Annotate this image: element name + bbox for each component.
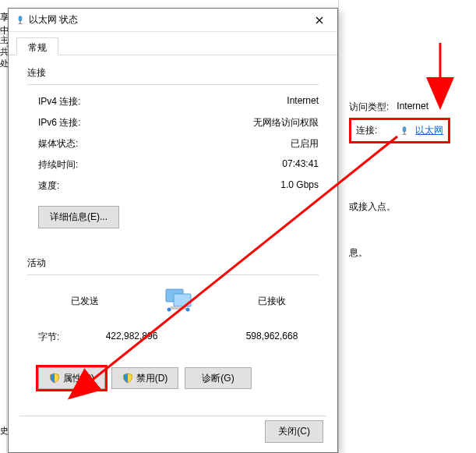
- ipv4-label: IPv4 连接:: [38, 95, 81, 108]
- divider: [27, 274, 319, 275]
- shield-icon: [49, 373, 60, 384]
- network-adapter-icon: [399, 126, 410, 136]
- disable-button[interactable]: 禁用(D): [111, 367, 178, 389]
- ipv6-label: IPv6 连接:: [38, 116, 81, 129]
- left-strip-item: 共: [0, 46, 6, 58]
- recv-label: 已接收: [225, 295, 319, 308]
- ethernet-link[interactable]: 以太网: [399, 124, 443, 137]
- diagnose-button[interactable]: 诊断(G): [185, 367, 252, 389]
- network-info-panel: 访问类型: Internet 连接: 以太网: [349, 98, 466, 143]
- background-right-pane: [338, 0, 476, 453]
- ethernet-link-text: 以太网: [415, 124, 443, 137]
- bytes-recv-value: 598,962,668: [225, 331, 319, 344]
- activity-icon: [155, 286, 202, 317]
- connection-link-highlight: 连接: 以太网: [349, 118, 450, 143]
- left-nav-strip: 主 共 处 史: [0, 34, 7, 452]
- sent-label: 已发送: [38, 295, 132, 308]
- duration-value: 07:43:41: [282, 158, 319, 172]
- svg-rect-2: [19, 16, 22, 20]
- properties-button-label: 属性(P): [63, 372, 94, 385]
- disable-button-label: 禁用(D): [136, 372, 168, 385]
- svg-rect-0: [404, 126, 407, 131]
- section-connection-title: 连接: [27, 66, 319, 80]
- svg-point-7: [167, 308, 171, 312]
- left-strip-item: 处: [0, 58, 6, 69]
- section-activity-title: 活动: [27, 257, 319, 270]
- divider: [27, 84, 319, 85]
- connection-label: 连接:: [356, 124, 377, 137]
- media-state-value: 已启用: [291, 137, 319, 150]
- properties-button[interactable]: 属性(P): [38, 367, 105, 389]
- details-button[interactable]: 详细信息(E)...: [38, 206, 119, 228]
- speed-label: 速度:: [38, 179, 59, 193]
- bg-text-2: 息。: [349, 246, 368, 260]
- divider: [19, 416, 326, 416]
- dialog-titlebar: 以太网 状态: [9, 9, 337, 32]
- speed-value: 1.0 Gbps: [280, 179, 319, 193]
- close-dialog-button[interactable]: 关闭(C): [265, 420, 323, 443]
- ipv6-value: 无网络访问权限: [253, 116, 319, 129]
- close-icon: [316, 16, 323, 24]
- left-strip-item: 主: [0, 34, 6, 46]
- svg-rect-6: [171, 306, 186, 310]
- media-state-label: 媒体状态:: [38, 137, 78, 150]
- close-button[interactable]: [308, 12, 331, 29]
- tab-strip: 常规: [9, 32, 337, 55]
- shield-icon: [122, 373, 133, 384]
- svg-point-8: [186, 308, 190, 312]
- bytes-label: 字节:: [38, 331, 69, 344]
- tab-general[interactable]: 常规: [16, 37, 58, 55]
- bytes-sent-value: 422,982,896: [85, 331, 178, 344]
- access-type-label: 访问类型:: [349, 101, 389, 114]
- svg-rect-5: [174, 294, 191, 306]
- duration-label: 持续时间:: [38, 158, 78, 172]
- network-adapter-icon: [15, 15, 26, 26]
- ipv4-value: Internet: [287, 95, 319, 108]
- access-type-value: Internet: [397, 101, 428, 114]
- dialog-title: 以太网 状态: [29, 13, 308, 27]
- bg-text-1: 或接入点。: [349, 200, 396, 214]
- diagnose-button-label: 诊断(G): [202, 372, 234, 385]
- ethernet-status-dialog: 以太网 状态 常规 连接 IPv4 连接: Internet IPv6 连接: …: [8, 8, 338, 453]
